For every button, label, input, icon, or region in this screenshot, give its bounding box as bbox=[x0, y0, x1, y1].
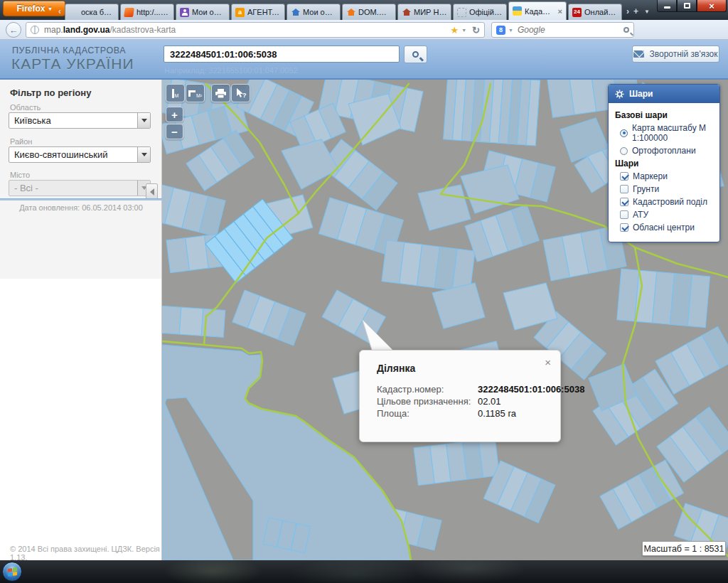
copyright-text: © 2014 Всі права захищені. ЦДЗК. Версія … bbox=[10, 545, 161, 562]
divider bbox=[0, 198, 162, 200]
browser-tab[interactable]: 24 Онлайн тра... bbox=[568, 4, 622, 20]
radio-icon[interactable] bbox=[620, 147, 628, 155]
layer-option[interactable]: АТУ bbox=[620, 210, 713, 220]
layers-panel-header[interactable]: Шари bbox=[609, 85, 719, 103]
popup-row-value: 02.01 bbox=[478, 395, 553, 407]
checkbox-icon[interactable] bbox=[620, 198, 628, 206]
tab-scroll-right-icon[interactable]: › bbox=[623, 6, 631, 20]
envelope-icon bbox=[633, 50, 644, 58]
tab-label: МИР НЕДВ... bbox=[414, 8, 447, 16]
search-icon bbox=[412, 51, 419, 58]
tab-label: Мои объяв... bbox=[303, 8, 336, 16]
region-filter-sidebar: Фільтр по регіону Область Київська Район… bbox=[0, 80, 162, 560]
measure-area-label: М² bbox=[196, 93, 202, 98]
popup-row-value: 0.1185 га bbox=[478, 407, 553, 419]
minimize-button[interactable] bbox=[657, 0, 677, 12]
popup-row: Кадастр.номер: 3222484501:01:006:5038 bbox=[360, 383, 560, 395]
web-search-input[interactable] bbox=[516, 24, 621, 36]
browser-tab[interactable]: Мои объяв... bbox=[287, 4, 341, 20]
browser-tab-bar: Firefox ▾ ‹ оска бесп... http:/...-c1-t5… bbox=[0, 0, 728, 20]
close-icon[interactable]: × bbox=[545, 357, 551, 368]
browser-tab[interactable]: оска бесп... bbox=[65, 4, 119, 20]
print-button[interactable] bbox=[211, 84, 230, 102]
tab-close-icon[interactable]: × bbox=[558, 7, 562, 16]
cadastral-search-input[interactable] bbox=[164, 46, 400, 63]
google-engine-icon[interactable]: 8 bbox=[496, 26, 505, 35]
flame-favicon-icon bbox=[124, 8, 134, 17]
layer-label: Кадастровий поділ bbox=[633, 197, 707, 207]
dashed-square-favicon-icon bbox=[457, 8, 466, 17]
browser-tab[interactable]: DOM.RIA.c... bbox=[342, 4, 396, 20]
url-bar[interactable]: map. land.gov.ua /kadastrova-karta ★ ▼ ↻ bbox=[26, 22, 485, 38]
tab-scroll-left-icon[interactable]: ‹ bbox=[58, 6, 63, 20]
zoom-in-button[interactable]: + bbox=[166, 107, 183, 122]
layer-option[interactable]: Кадастровий поділ bbox=[620, 197, 713, 207]
base-layer-option[interactable]: Ортофотоплани bbox=[620, 146, 713, 156]
map-pane[interactable]: М М² ? + − bbox=[162, 80, 728, 560]
tab-label: оска бесп... bbox=[81, 8, 114, 16]
checkbox-icon[interactable] bbox=[620, 185, 628, 193]
misto-value: - Всі - bbox=[14, 183, 38, 193]
chevron-down-icon: ▾ bbox=[49, 6, 52, 12]
site-logo-line1: ПУБЛІЧНА КАДАСТРОВА bbox=[12, 46, 126, 55]
printer-icon bbox=[215, 89, 226, 98]
close-button[interactable]: × bbox=[697, 0, 727, 12]
feedback-button-label: Зворотній зв'язок bbox=[649, 49, 717, 59]
chevron-down-icon[interactable]: ▼ bbox=[508, 28, 513, 33]
browser-tab[interactable]: http:/...-c1-t5 bbox=[120, 4, 174, 20]
screen: Firefox ▾ ‹ оска бесп... http:/...-c1-t5… bbox=[0, 0, 728, 583]
layer-option[interactable]: Обласні центри bbox=[620, 223, 713, 232]
layers-panel-body: Базові шари Карта масштабу М 1:100000 Ор… bbox=[609, 103, 719, 242]
checkbox-icon[interactable] bbox=[620, 223, 628, 232]
layer-option[interactable]: Маркери bbox=[620, 171, 713, 181]
tab-list-icon[interactable]: ▼ bbox=[641, 9, 651, 20]
select-arrow-icon[interactable] bbox=[137, 113, 150, 128]
oblast-select[interactable]: Київська bbox=[9, 112, 151, 129]
tab-label: DOM.RIA.c... bbox=[358, 8, 392, 16]
raion-value: Києво-святошинський bbox=[14, 149, 107, 160]
radio-icon[interactable] bbox=[620, 129, 628, 137]
raion-select[interactable]: Києво-святошинський bbox=[9, 146, 151, 163]
layers-panel-title: Шари bbox=[629, 89, 653, 99]
new-tab-button[interactable]: + bbox=[632, 6, 640, 20]
popup-row: Площа: 0.1185 га bbox=[360, 407, 560, 419]
checkbox-icon[interactable] bbox=[620, 210, 628, 219]
misto-select: - Всі - bbox=[9, 180, 151, 196]
windows-logo-icon bbox=[8, 567, 17, 577]
layer-label: Обласні центри bbox=[633, 223, 695, 232]
identify-button[interactable]: ? bbox=[231, 84, 250, 102]
browser-tab[interactable]: Мои объяв... bbox=[176, 4, 230, 20]
measure-area-button[interactable]: М² bbox=[186, 84, 205, 102]
browser-tab[interactable]: МИР НЕДВ... bbox=[397, 4, 451, 20]
search-icon[interactable] bbox=[623, 27, 629, 33]
popup-row-label: Кадастр.номер: bbox=[377, 383, 478, 395]
base-layer-label: Карта масштабу М 1:100000 bbox=[632, 123, 713, 143]
layers-panel: Шари Базові шари Карта масштабу М 1:1000… bbox=[608, 84, 720, 242]
browser-tab[interactable]: a АГЕНТ.ua - ... bbox=[231, 4, 285, 20]
bookmark-star-icon[interactable]: ★ bbox=[451, 25, 459, 36]
browser-tab-active[interactable]: Кадастр... × bbox=[508, 1, 567, 20]
measure-length-button[interactable]: М bbox=[166, 84, 185, 102]
checkbox-icon[interactable] bbox=[620, 172, 628, 181]
select-arrow-icon[interactable] bbox=[137, 147, 150, 162]
chevron-down-icon[interactable]: ▼ bbox=[461, 28, 466, 33]
raion-label: Район bbox=[10, 137, 32, 146]
base-layer-option[interactable]: Карта масштабу М 1:100000 bbox=[620, 123, 713, 143]
back-button[interactable]: ← bbox=[6, 22, 21, 38]
firefox-menu-button[interactable]: Firefox ▾ bbox=[3, 1, 65, 16]
tab-strip: ‹ оска бесп... http:/...-c1-t5 Мои объяв… bbox=[58, 1, 651, 20]
cadastral-search-button[interactable] bbox=[404, 46, 427, 63]
browser-search-box[interactable]: 8 ▼ bbox=[491, 22, 634, 38]
window-controls: × bbox=[657, 0, 727, 12]
svg-text:?: ? bbox=[242, 92, 247, 99]
layer-option[interactable]: Грунти bbox=[620, 184, 713, 194]
site-logo-line2: КАРТА УКРАЇНИ bbox=[11, 55, 134, 73]
agent-favicon-icon: a bbox=[235, 8, 245, 17]
feedback-button[interactable]: Зворотній зв'язок bbox=[632, 46, 719, 63]
start-button[interactable] bbox=[2, 562, 22, 582]
search-example-hint: Наприклад: 3221655100:01:047:0052 bbox=[164, 66, 298, 75]
zoom-out-button[interactable]: − bbox=[166, 124, 183, 139]
restore-button[interactable] bbox=[677, 0, 697, 12]
reload-icon[interactable]: ↻ bbox=[472, 25, 480, 36]
browser-tab[interactable]: Офіційний ... bbox=[453, 4, 507, 20]
